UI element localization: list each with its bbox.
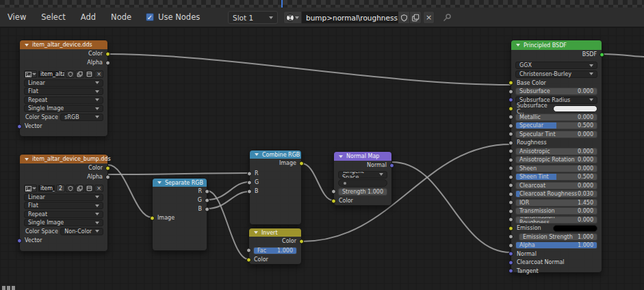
collapse-triangle-icon[interactable] (339, 155, 343, 158)
b-input-socket[interactable] (247, 189, 252, 194)
subsurface-method-dropdown[interactable]: Christensen-Burley (515, 70, 597, 78)
uv-map-field[interactable] (338, 179, 387, 187)
color-input-socket[interactable] (508, 226, 513, 230)
float-input-socket[interactable] (508, 115, 513, 120)
float-input-socket[interactable] (508, 140, 513, 145)
source-dropdown[interactable]: Single Image (24, 105, 103, 112)
image-datablock-button[interactable] (24, 70, 37, 78)
fac-slider[interactable]: Fac 1.000 (253, 247, 297, 254)
g-input-socket[interactable] (247, 180, 252, 185)
float-input-socket[interactable] (508, 174, 513, 179)
float-input-socket[interactable] (508, 235, 513, 239)
node-header[interactable]: Separate RGB (153, 179, 207, 187)
image-datablock-button[interactable] (24, 185, 37, 192)
node-image-texture-color[interactable]: item_altar_device.dds Color Alpha item_a… (19, 40, 108, 137)
node-image-texture-bump[interactable]: item_altar_device_bump.dds Color Alpha i… (19, 154, 108, 252)
unlink-material-button[interactable]: × (423, 11, 435, 24)
r-output-socket[interactable] (205, 189, 209, 194)
anisotropic-rotation-slider[interactable]: Anisotropic Rotation0.000 (515, 156, 597, 163)
node-header[interactable]: Normal Map (334, 152, 391, 161)
fake-user-button[interactable] (66, 70, 75, 78)
clearcoat-roughness-slider[interactable]: Clearcoat Roughness0.030 (515, 190, 597, 198)
vector-input-socket[interactable] (508, 269, 513, 274)
color-input-socket[interactable] (508, 81, 513, 85)
anisotropic-slider[interactable]: Anisotropic0.000 (515, 148, 597, 155)
node-combine-rgb[interactable]: Combine RGB Image R G B (249, 150, 302, 225)
float-input-socket[interactable] (508, 200, 513, 205)
collapse-triangle-icon[interactable] (254, 231, 258, 234)
node-header[interactable]: Combine RGB (250, 150, 301, 159)
interpolation-dropdown[interactable]: Linear (24, 194, 103, 201)
space-dropdown[interactable]: Tangent Space (338, 171, 387, 179)
projection-dropdown[interactable]: Flat (24, 88, 103, 95)
image-name-field[interactable]: item_altar_devic.. (38, 70, 65, 78)
metallic-slider[interactable]: Metallic0.000 (515, 114, 597, 121)
color-input-socket[interactable] (508, 106, 513, 111)
alpha-slider[interactable]: Alpha1.000 (515, 241, 597, 249)
float-input-socket[interactable] (508, 132, 513, 137)
node-header[interactable]: item_altar_device.dds (20, 40, 107, 49)
unlink-image-button[interactable]: × (94, 70, 103, 78)
collapse-triangle-icon[interactable] (25, 158, 29, 161)
color-output-socket[interactable] (105, 166, 110, 170)
new-image-button[interactable] (75, 70, 84, 78)
color-output-socket[interactable] (299, 239, 304, 243)
unpack-button[interactable] (85, 185, 94, 192)
float-input-socket[interactable] (508, 149, 513, 154)
collapse-triangle-icon[interactable] (516, 44, 520, 47)
ior-slider[interactable]: IOR1.450 (515, 199, 597, 207)
g-output-socket[interactable] (205, 198, 209, 202)
specular-tint-slider[interactable]: Specular Tint0.000 (515, 131, 597, 138)
color-space-dropdown[interactable]: sRGB (60, 114, 103, 121)
float-input-socket[interactable] (508, 218, 513, 222)
node-header[interactable]: Invert (249, 228, 301, 237)
vector-input-socket[interactable] (17, 124, 22, 129)
float-input-socket[interactable] (508, 123, 513, 128)
float-input-socket[interactable] (508, 243, 513, 248)
b-output-socket[interactable] (205, 207, 209, 211)
transmission-slider[interactable]: Transmission0.000 (515, 207, 597, 215)
source-dropdown[interactable]: Single Image (24, 219, 103, 226)
float-input-socket[interactable] (508, 166, 513, 171)
float-input-socket[interactable] (508, 183, 513, 188)
node-editor-canvas[interactable]: item_altar_device.dds Color Alpha item_a… (0, 27, 644, 290)
collapse-triangle-icon[interactable] (157, 181, 162, 184)
extension-dropdown[interactable]: Repeat (24, 211, 103, 218)
new-material-button[interactable] (410, 11, 422, 24)
material-name-field[interactable]: bump>normal\roughness (302, 11, 398, 24)
float-input-socket[interactable] (508, 157, 513, 162)
subsurface-c-color-swatch[interactable] (553, 105, 597, 112)
new-image-button[interactable] (75, 185, 84, 192)
strength-slider[interactable]: Strength 1.000 (338, 188, 387, 196)
image-input-socket[interactable] (150, 215, 155, 220)
node-header[interactable]: Principled BSDF (511, 40, 602, 50)
emission-color-swatch[interactable] (553, 225, 597, 232)
extension-dropdown[interactable]: Repeat (24, 96, 103, 104)
node-principled-bsdf[interactable]: Principled BSDF BSDF GGX Christensen-Bur… (511, 40, 602, 273)
image-output-socket[interactable] (299, 161, 304, 166)
vector-input-socket[interactable] (508, 260, 513, 265)
bsdf-output-socket[interactable] (600, 52, 604, 57)
r-input-socket[interactable] (247, 171, 252, 176)
projection-dropdown[interactable]: Flat (24, 202, 103, 209)
specular-slider[interactable]: Specular0.500 (515, 122, 597, 129)
vector-input-socket[interactable] (17, 238, 22, 243)
subsurface-slider[interactable]: Subsurface0.000 (515, 88, 597, 95)
image-name-field[interactable]: item_altar_d.. (38, 185, 55, 192)
vector-input-socket[interactable] (508, 252, 513, 256)
interpolation-dropdown[interactable]: Linear (24, 79, 103, 87)
pin-icon[interactable] (442, 13, 452, 23)
fake-user-button[interactable] (66, 185, 75, 192)
fake-user-shield-button[interactable] (398, 11, 410, 24)
material-browse-button[interactable] (283, 11, 302, 24)
node-separate-rgb[interactable]: Separate RGB R G B Image (152, 178, 207, 251)
alpha-output-socket[interactable] (105, 60, 110, 65)
menu-add[interactable]: Add (73, 8, 103, 27)
unlink-image-button[interactable]: × (94, 185, 103, 192)
users-count-badge[interactable]: 2 (56, 185, 65, 192)
float-input-socket[interactable] (508, 209, 513, 213)
menu-select[interactable]: Select (34, 8, 73, 27)
transmission-roughness-slider[interactable]: Transmission Roughness0.000 (515, 216, 597, 224)
sheen-tint-slider[interactable]: Sheen Tint0.500 (515, 173, 597, 181)
emission-strength-slider[interactable]: Emission Strength1.000 (519, 233, 597, 241)
